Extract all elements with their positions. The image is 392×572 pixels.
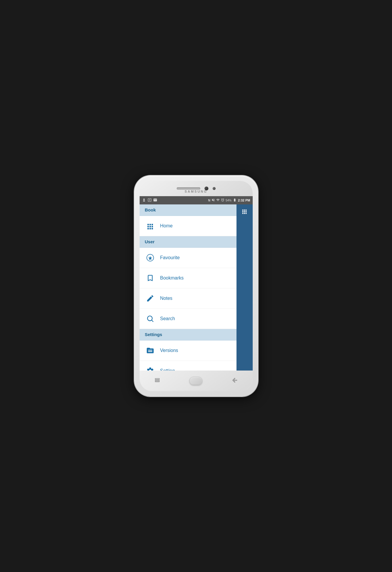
bookmark-icon — [145, 273, 156, 283]
status-left-icons — [142, 198, 157, 203]
section-header-book: Book — [140, 204, 236, 216]
network-icon: N — [208, 199, 210, 202]
wifi-icon — [216, 198, 220, 202]
phone-bottom-nav — [140, 371, 253, 391]
status-right-icons: N 54% 2:32 PM — [208, 198, 250, 202]
svg-rect-7 — [155, 381, 159, 382]
home-hardware-button[interactable] — [189, 377, 202, 385]
status-icon-3 — [153, 198, 157, 203]
section-header-settings: Settings — [140, 329, 236, 340]
speaker — [177, 187, 200, 190]
bookmarks-label: Bookmarks — [160, 275, 184, 281]
menu-main: Book Home User — [140, 204, 236, 371]
svg-rect-5 — [155, 378, 159, 379]
section-settings-label: Settings — [145, 332, 162, 337]
mute-icon — [211, 198, 215, 202]
section-user-label: User — [145, 239, 155, 244]
download-box-icon — [145, 345, 156, 356]
menu-item-search[interactable]: Search — [140, 309, 236, 329]
status-icon-2 — [148, 198, 152, 203]
status-icon-1 — [142, 198, 146, 203]
status-time: 2:32 PM — [238, 199, 250, 202]
home-label: Home — [160, 223, 173, 229]
section-book-label: Book — [145, 207, 156, 212]
side-panel — [236, 204, 253, 371]
setting-label: Setting — [160, 368, 175, 371]
menu-item-favourite[interactable]: Favourite — [140, 248, 236, 268]
home-icon — [145, 221, 156, 231]
menu-item-setting[interactable]: Setting — [140, 361, 236, 371]
phone-body: SAMSUNG N — [140, 181, 253, 391]
menu-item-home[interactable]: Home — [140, 216, 236, 236]
menu-hardware-button[interactable] — [154, 377, 161, 385]
status-bar: N 54% 2:32 PM — [140, 196, 253, 204]
svg-line-4 — [152, 320, 153, 322]
menu-container: Book Home User — [140, 204, 253, 371]
phone-device: SAMSUNG N — [134, 176, 258, 396]
alarm-icon — [221, 198, 224, 202]
phone-top — [140, 181, 253, 196]
menu-item-notes[interactable]: Notes — [140, 288, 236, 309]
svg-point-3 — [147, 316, 152, 321]
favourite-label: Favourite — [160, 255, 180, 260]
side-grid-icon[interactable] — [241, 208, 248, 215]
menu-item-bookmarks[interactable]: Bookmarks — [140, 268, 236, 288]
battery-percent: 54% — [226, 199, 231, 202]
svg-point-0 — [143, 199, 145, 200]
menu-item-versions[interactable]: Versions — [140, 340, 236, 361]
section-header-user: User — [140, 236, 236, 248]
versions-label: Versions — [160, 348, 178, 353]
notes-label: Notes — [160, 296, 173, 301]
search-icon — [145, 313, 156, 324]
battery-icon — [233, 198, 237, 202]
svg-rect-6 — [155, 380, 159, 381]
sensor — [213, 187, 216, 190]
brand-label: SAMSUNG — [185, 190, 207, 193]
pencil-icon — [145, 293, 156, 304]
star-icon — [145, 252, 156, 263]
screen: N 54% 2:32 PM — [140, 196, 253, 371]
gear-icon — [145, 366, 156, 371]
search-label: Search — [160, 316, 175, 321]
back-hardware-button[interactable] — [231, 377, 238, 385]
